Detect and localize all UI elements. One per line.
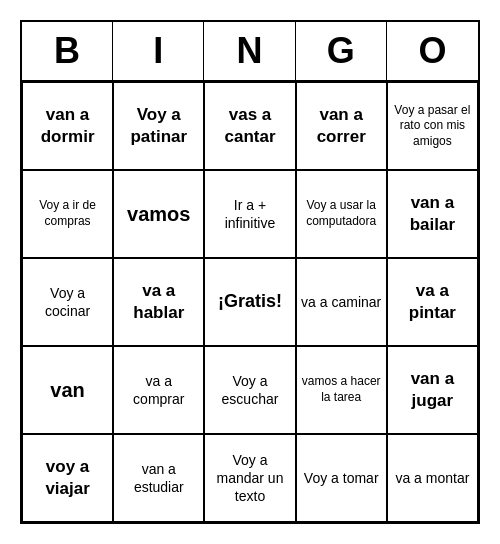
bingo-cell: ¡Gratis!: [204, 258, 295, 346]
header-letter: G: [296, 22, 387, 80]
bingo-cell: van a bailar: [387, 170, 478, 258]
header-letter: B: [22, 22, 113, 80]
bingo-card: BINGO van a dormirVoy a patinarvas a can…: [20, 20, 480, 524]
bingo-cell: Voy a tomar: [296, 434, 387, 522]
bingo-cell: va a caminar: [296, 258, 387, 346]
bingo-cell: Voy a escuchar: [204, 346, 295, 434]
bingo-cell: va a comprar: [113, 346, 204, 434]
bingo-cell: van a dormir: [22, 82, 113, 170]
bingo-cell: Voy a cocinar: [22, 258, 113, 346]
bingo-cell: voy a viajar: [22, 434, 113, 522]
bingo-header: BINGO: [22, 22, 478, 82]
header-letter: O: [387, 22, 478, 80]
bingo-cell: vamos: [113, 170, 204, 258]
bingo-cell: Voy a ir de compras: [22, 170, 113, 258]
bingo-cell: va a pintar: [387, 258, 478, 346]
bingo-cell: van a correr: [296, 82, 387, 170]
bingo-cell: vamos a hacer la tarea: [296, 346, 387, 434]
header-letter: I: [113, 22, 204, 80]
bingo-cell: va a hablar: [113, 258, 204, 346]
bingo-cell: Voy a patinar: [113, 82, 204, 170]
bingo-cell: Ir a + infinitive: [204, 170, 295, 258]
bingo-cell: van a estudiar: [113, 434, 204, 522]
bingo-cell: vas a cantar: [204, 82, 295, 170]
bingo-cell: van: [22, 346, 113, 434]
header-letter: N: [204, 22, 295, 80]
bingo-cell: Voy a usar la computadora: [296, 170, 387, 258]
bingo-cell: va a montar: [387, 434, 478, 522]
bingo-cell: Voy a mandar un texto: [204, 434, 295, 522]
bingo-grid: van a dormirVoy a patinarvas a cantarvan…: [22, 82, 478, 522]
bingo-cell: Voy a pasar el rato con mis amigos: [387, 82, 478, 170]
bingo-cell: van a jugar: [387, 346, 478, 434]
